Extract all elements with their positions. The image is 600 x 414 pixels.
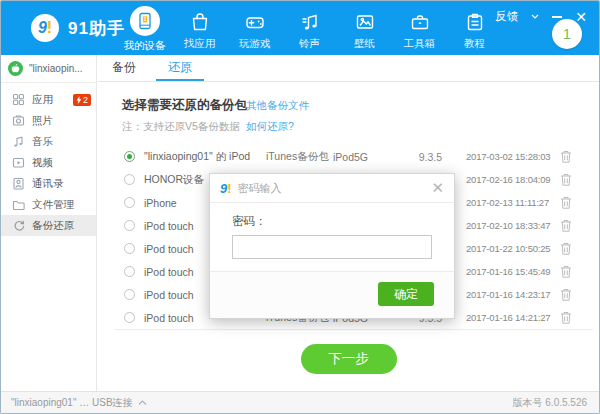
- sidebar-item-backup-restore[interactable]: 备份还原: [1, 215, 96, 236]
- backup-date: 2017-02-10 18:33:47: [466, 220, 554, 231]
- tab-restore[interactable]: 还原: [156, 55, 204, 81]
- titlebar: 9! 91助手 1 我的设备 找应用 玩游戏: [1, 1, 599, 55]
- backup-date: 2017-01-16 14:21:27: [466, 312, 554, 323]
- password-input[interactable]: [232, 235, 432, 259]
- minimize-button[interactable]: [552, 16, 562, 18]
- trash-icon[interactable]: [560, 242, 574, 255]
- trash-icon[interactable]: [560, 288, 574, 301]
- sidebar-device-name: "linxiaopin...: [29, 63, 83, 74]
- apps-grid-icon: [12, 93, 25, 106]
- svg-text:1: 1: [143, 16, 146, 22]
- trash-icon[interactable]: [560, 265, 574, 278]
- clipboard-icon: [464, 10, 486, 34]
- backup-date: 2017-01-16 15:45:49: [466, 266, 554, 277]
- my-device-icon: 1: [130, 6, 160, 36]
- device-status-text: "linxiaoping01" … USB连接: [11, 396, 133, 410]
- page-title: 选择需要还原的备份包: [122, 97, 246, 114]
- video-icon: [12, 156, 25, 169]
- nav-my-device[interactable]: 1 我的设备: [117, 1, 172, 55]
- nav-label: 我的设备: [124, 39, 166, 53]
- nav-label: 教程: [464, 37, 485, 51]
- music-note-icon: [299, 10, 321, 34]
- photo-icon: [12, 114, 25, 127]
- toolbox-icon: [409, 10, 431, 34]
- tab-backup[interactable]: 备份: [100, 55, 148, 81]
- nav-find-apps[interactable]: 找应用: [172, 1, 227, 55]
- tab-bar: 备份 还原: [98, 55, 599, 82]
- trash-icon[interactable]: [560, 219, 574, 232]
- divider: [115, 329, 593, 330]
- connected-device-status[interactable]: "linxiaoping01" … USB连接: [11, 396, 147, 410]
- trash-icon[interactable]: [560, 150, 574, 163]
- sync-arrows-icon: [12, 219, 25, 232]
- sidebar-item-label: 备份还原: [32, 219, 74, 233]
- radio-button[interactable]: [124, 151, 135, 162]
- sidebar: "linxiaopin... 应用 2 照片 音乐 视频 通讯录: [1, 55, 97, 391]
- backup-date: 2017-02-16 18:04:09: [466, 174, 554, 185]
- feedback-link[interactable]: 反馈: [495, 9, 518, 24]
- dialog-titlebar: 9! 密码输入 ✕: [210, 174, 454, 203]
- next-step-button[interactable]: 下一步: [301, 344, 397, 374]
- how-to-restore-link[interactable]: 如何还原?: [246, 120, 587, 134]
- sidebar-device[interactable]: "linxiaopin...: [1, 55, 96, 83]
- nav-label: 工具箱: [404, 37, 436, 51]
- backup-version: 9.3.5: [402, 151, 442, 163]
- version-text: 版本号 6.0.5.526: [513, 396, 587, 410]
- other-backup-files-link[interactable]: 其他备份文件: [246, 99, 587, 113]
- nav-label: 壁纸: [354, 37, 375, 51]
- nav-ringtones[interactable]: 铃声: [282, 1, 337, 55]
- radio-button[interactable]: [124, 243, 135, 254]
- trash-icon[interactable]: [560, 196, 574, 209]
- radio-button[interactable]: [124, 197, 135, 208]
- app-logo: 9! 91助手: [31, 14, 125, 42]
- app-window: 9! 91助手 1 我的设备 找应用 玩游戏: [0, 0, 600, 414]
- nav-wallpapers[interactable]: 壁纸: [337, 1, 392, 55]
- nav-label: 铃声: [299, 37, 320, 51]
- backup-type: iTunes备份包: [256, 150, 328, 164]
- top-navigation: 1 我的设备 找应用 玩游戏 铃声: [117, 1, 502, 55]
- nav-toolbox[interactable]: 工具箱: [392, 1, 447, 55]
- sidebar-item-photos[interactable]: 照片: [1, 110, 96, 131]
- dialog-footer: 确定: [210, 271, 454, 318]
- backup-name: "linxiaoping01" 的 iPod: [144, 150, 256, 164]
- sidebar-item-label: 通讯录: [32, 177, 64, 191]
- backup-model: iPod5G: [328, 151, 402, 163]
- backup-date: 2017-03-02 15:28:03: [466, 151, 554, 162]
- radio-button[interactable]: [124, 266, 135, 277]
- sidebar-item-videos[interactable]: 视频: [1, 152, 96, 173]
- apps-update-badge: 2: [73, 94, 91, 106]
- sidebar-item-music[interactable]: 音乐: [1, 131, 96, 152]
- wallpaper-icon: [354, 10, 376, 34]
- shopping-bag-icon: [189, 10, 211, 34]
- sidebar-item-label: 文件管理: [32, 198, 74, 212]
- confirm-button[interactable]: 确定: [378, 282, 434, 306]
- radio-button[interactable]: [124, 174, 135, 185]
- sidebar-item-files[interactable]: 文件管理: [1, 194, 96, 215]
- backup-row[interactable]: "linxiaoping01" 的 iPod iTunes备份包 iPod5G …: [122, 145, 587, 168]
- trash-icon[interactable]: [560, 173, 574, 186]
- folder-icon: [12, 198, 25, 211]
- notification-badge[interactable]: 1: [552, 19, 582, 49]
- nav-tutorials[interactable]: 教程: [447, 1, 502, 55]
- trash-icon[interactable]: [560, 311, 574, 324]
- sidebar-menu: 应用 2 照片 音乐 视频 通讯录 文件管理: [1, 89, 96, 236]
- sidebar-item-label: 应用: [32, 93, 53, 107]
- radio-button[interactable]: [124, 289, 135, 300]
- nav-label: 玩游戏: [239, 37, 271, 51]
- restore-note: 注：支持还原V5备份数据: [122, 120, 246, 134]
- sidebar-item-contacts[interactable]: 通讯录: [1, 173, 96, 194]
- music-note-icon: [12, 135, 25, 148]
- sidebar-item-label: 照片: [32, 114, 53, 128]
- dialog-close-icon[interactable]: ✕: [431, 181, 444, 195]
- sidebar-item-apps[interactable]: 应用 2: [1, 89, 96, 110]
- backup-date: 2017-01-22 10:50:25: [466, 243, 554, 254]
- close-button[interactable]: ✕: [575, 12, 587, 22]
- nav-games[interactable]: 玩游戏: [227, 1, 282, 55]
- backup-date: 2017-02-13 11:11:27: [466, 197, 554, 208]
- dialog-title: 密码输入: [238, 181, 282, 196]
- logo-91-icon: 9!: [31, 14, 59, 42]
- chevron-down-icon[interactable]: [531, 14, 539, 19]
- radio-button[interactable]: [124, 220, 135, 231]
- status-bar: "linxiaoping01" … USB连接 版本号 6.0.5.526: [1, 391, 599, 413]
- radio-button[interactable]: [124, 312, 135, 323]
